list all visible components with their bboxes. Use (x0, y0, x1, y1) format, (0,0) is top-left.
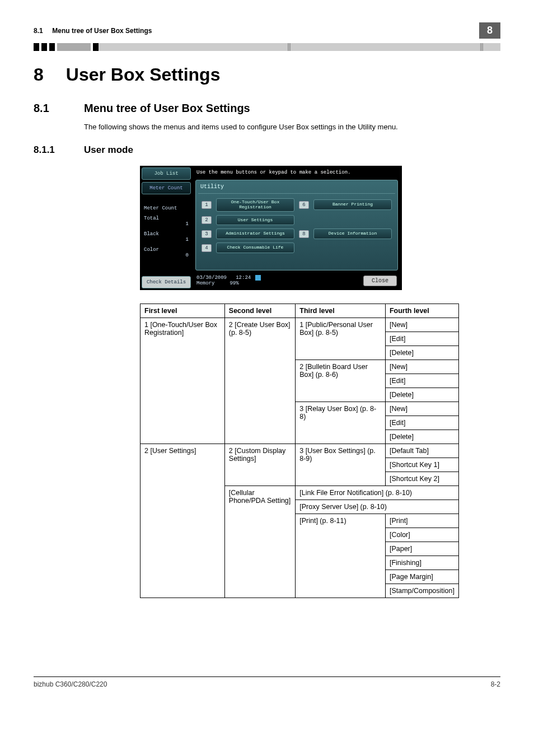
header-section-num: 8.1 (34, 27, 43, 35)
menu-num-2: 2 (202, 216, 212, 224)
col-first-level: First level (140, 304, 225, 318)
utility-screenshot: Job List Meter Count Meter Count Total 1… (140, 166, 402, 290)
col-fourth-level: Fourth level (385, 304, 458, 318)
menu-num-4: 4 (202, 244, 212, 252)
status-date: 03/30/2009 (196, 275, 227, 281)
header-rule (34, 43, 500, 51)
cell-fourth-edit-1: [Edit] (385, 332, 458, 346)
cell-fourth-shortcut1: [Shortcut Key 1] (385, 458, 458, 472)
memory-icon (255, 275, 261, 281)
tab-meter-count[interactable]: Meter Count (142, 182, 191, 194)
section-number: 8.1 (34, 102, 62, 115)
menu-user-settings[interactable]: User Settings (216, 215, 294, 226)
menu-admin-settings[interactable]: Administrator Settings (216, 228, 294, 239)
menu-one-touch-user-box[interactable]: One-Touch/User Box Registration (216, 198, 294, 212)
cell-fourth-defaulttab: [Default Tab] (385, 444, 458, 458)
section-heading: 8.1 Menu tree of User Box Settings (34, 102, 500, 115)
cell-fourth-edit-3: [Edit] (385, 416, 458, 430)
cell-fourth-delete-1: [Delete] (385, 346, 458, 360)
menu-tree-table: First level Second level Third level Fou… (140, 304, 459, 598)
menu-num-1: 1 (202, 201, 212, 209)
cell-second-customdisplay: 2 [Custom Display Settings] (224, 444, 295, 486)
menu-banner-printing[interactable]: Banner Printing (313, 199, 392, 210)
footer-model: bizhub C360/C280/C220 (34, 680, 107, 688)
cell-fourth-color: [Color] (385, 528, 458, 542)
col-second-level: Second level (224, 304, 295, 318)
menu-num-6: 6 (299, 201, 309, 209)
cell-fourth-delete-2: [Delete] (385, 388, 458, 402)
running-header: 8.1 Menu tree of User Box Settings 8 (34, 22, 500, 39)
cell-first-usersettings: 2 [User Settings] (140, 444, 225, 598)
cell-third-relay: 3 [Relay User Box] (p. 8-8) (296, 402, 386, 444)
meter-color-label: Color (144, 247, 159, 253)
chapter-heading: 8 User Box Settings (34, 64, 500, 85)
cell-fourth-delete-3: [Delete] (385, 430, 458, 444)
chapter-title: User Box Settings (66, 64, 221, 85)
meter-total-label: Total (144, 216, 159, 221)
meter-black-value: 1 (144, 237, 189, 242)
cell-fourth-new-2: [New] (385, 360, 458, 374)
cell-third-bulletin: 2 [Bulletin Board User Box] (p. 8-6) (296, 360, 386, 402)
menu-check-consumable-life[interactable]: Check Consumable Life (216, 242, 294, 253)
cell-fourth-stampcomposition: [Stamp/Composition] (385, 584, 458, 598)
status-memory-value: 99% (229, 281, 238, 286)
col-third-level: Third level (296, 304, 386, 318)
cell-third-publicpersonal: 1 [Public/Personal User Box] (p. 8-5) (296, 318, 386, 360)
cell-third-proxyserver: [Proxy Server Use] (p. 8-10) (296, 500, 459, 514)
cell-fourth-print: [Print] (385, 514, 458, 528)
chapter-number: 8 (34, 64, 44, 85)
meter-color-value: 0 (144, 253, 189, 258)
check-details-button[interactable]: Check Details (142, 276, 191, 288)
page-footer: bizhub C360/C280/C220 8-2 (34, 676, 500, 688)
tab-job-list[interactable]: Job List (142, 167, 191, 180)
menu-num-8: 8 (299, 230, 309, 238)
cell-fourth-new-1: [New] (385, 318, 458, 332)
close-button[interactable]: Close (363, 276, 397, 286)
cell-second-createbox: 2 [Create User Box] (p. 8-5) (224, 318, 295, 444)
cell-third-print: [Print] (p. 8-11) (296, 514, 386, 598)
utility-panel-title: Utility (198, 183, 395, 194)
section-intro: The following shows the menus and items … (84, 123, 500, 131)
cell-fourth-edit-2: [Edit] (385, 374, 458, 388)
status-memory-label: Memory (196, 281, 214, 286)
meter-black-label: Black (144, 231, 159, 237)
cell-third-userboxsettings: 3 [User Box Settings] (p. 8-9) (296, 444, 386, 486)
chapter-badge: 8 (479, 22, 500, 39)
cell-fourth-new-3: [New] (385, 402, 458, 416)
cell-fourth-finishing: [Finishing] (385, 556, 458, 570)
cell-fourth-pagemargin: [Page Margin] (385, 570, 458, 584)
cell-second-cellular: [Cellular Phone/PDA Setting] (224, 486, 295, 598)
header-section-title: Menu tree of User Box Settings (52, 27, 152, 35)
cell-fourth-paper: [Paper] (385, 542, 458, 556)
meter-count-label: Meter Count (142, 204, 191, 212)
subsection-title: User mode (84, 144, 133, 156)
section-title: Menu tree of User Box Settings (84, 102, 250, 115)
subsection-heading: 8.1.1 User mode (34, 144, 500, 156)
cell-fourth-shortcut2: [Shortcut Key 2] (385, 472, 458, 486)
cell-first-onetouch: 1 [One-Touch/User Box Registration] (140, 318, 225, 444)
footer-page: 8-2 (491, 680, 500, 688)
subsection-number: 8.1.1 (34, 144, 62, 156)
menu-num-3: 3 (202, 230, 212, 238)
menu-device-information[interactable]: Device Information (313, 228, 392, 239)
utility-instruction: Use the menu buttons or keypad to make a… (193, 167, 400, 178)
meter-total-value: 1 (144, 221, 189, 227)
cell-third-linkfileerror: [Link File Error Notification] (p. 8-10) (296, 486, 459, 500)
status-time: 12:24 (236, 275, 251, 281)
